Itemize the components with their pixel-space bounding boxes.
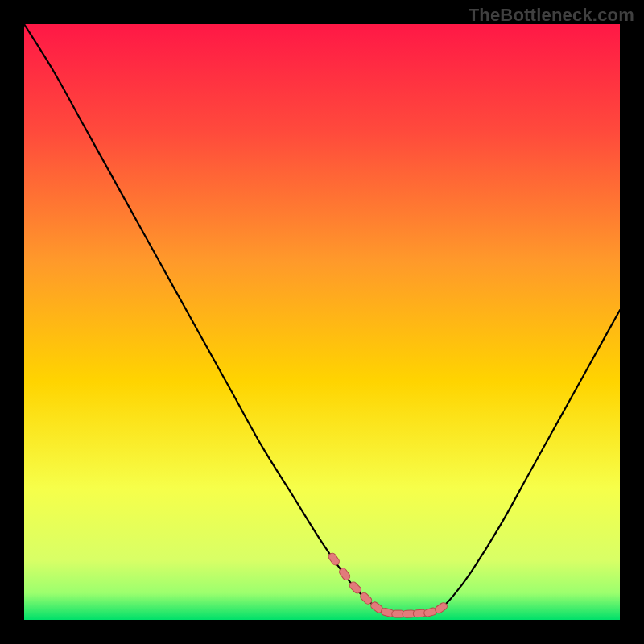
bottleneck-curve-chart xyxy=(24,24,620,620)
plot-area xyxy=(24,24,620,620)
chart-frame: { "watermark": "TheBottleneck.com", "col… xyxy=(0,0,644,644)
watermark-text: TheBottleneck.com xyxy=(469,5,634,26)
gradient-background xyxy=(24,24,620,620)
